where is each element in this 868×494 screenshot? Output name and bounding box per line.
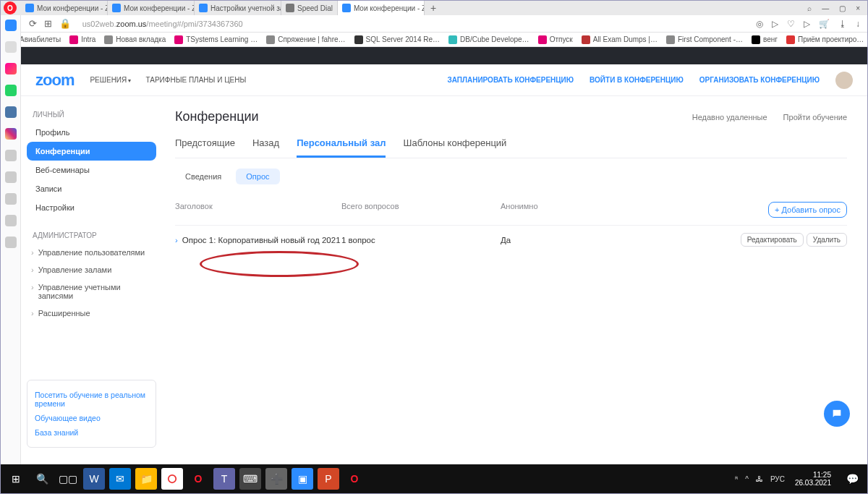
language-indicator[interactable]: РУС (770, 475, 785, 483)
bookmark[interactable]: DB/Cube Develope… (448, 35, 529, 44)
player-icon[interactable]: ▷ (804, 19, 810, 29)
browser-tab-active[interactable]: Мои конференции - Zoom× (338, 1, 425, 15)
sidebar-admin-account[interactable]: Управление учетными записями (27, 278, 156, 305)
help-link-kb[interactable]: База знаний (35, 425, 148, 440)
sidebar-icon[interactable] (5, 171, 17, 183)
tray-icon[interactable]: ᴿ (735, 475, 738, 483)
svg-point-0 (169, 475, 176, 483)
bookmark[interactable]: First Component -… (666, 35, 743, 44)
poll-row[interactable]: › Опрос 1: Корпоративный новый год 2021 … (175, 225, 847, 254)
clock[interactable]: 11:25 26.03.2021 (789, 471, 837, 487)
help-link-video[interactable]: Обучающее видео (35, 411, 148, 425)
save-icon[interactable]: ⭳ (838, 19, 847, 29)
bookmark[interactable]: Новая вкладка (104, 35, 166, 44)
url-field[interactable]: us02web.zoom.us/meeting#/pmi/3734367360 (82, 20, 243, 28)
bookmark[interactable]: Спряжение | fahre… (266, 35, 345, 44)
network-icon[interactable]: 🖧 (756, 475, 763, 483)
bookmark[interactable]: Отпуск (538, 35, 573, 44)
taskbar-app[interactable]: O (187, 468, 209, 490)
sidebar-icon[interactable] (5, 150, 17, 161)
close-window-icon[interactable]: × (856, 4, 860, 12)
vk-icon[interactable] (5, 106, 17, 118)
taskbar-app[interactable]: ➕ (265, 468, 287, 490)
subtab-details[interactable]: Сведения (175, 169, 231, 184)
get-training-link[interactable]: Пройти обучение (783, 113, 847, 122)
notifications-button[interactable]: 💬 (841, 468, 863, 490)
bookmark[interactable]: Intra (69, 35, 95, 44)
zoom-logo[interactable]: zoom (35, 71, 74, 90)
cart-icon[interactable]: 🛒 (819, 19, 830, 29)
bookmark[interactable]: All Exam Dumps |… (582, 35, 658, 44)
tab-personal-room[interactable]: Персональный зал (297, 137, 386, 158)
browser-tab[interactable]: Speed Dial (281, 1, 338, 15)
recently-deleted-link[interactable]: Недавно удаленные (692, 113, 767, 122)
system-tray[interactable]: ᴿ ^ 🖧 РУС (735, 475, 785, 483)
instagram-icon[interactable] (5, 128, 17, 140)
taskbar-app[interactable]: T (213, 468, 235, 490)
sidebar-item-profile[interactable]: Профиль (27, 123, 156, 142)
sidebar-item-webinars[interactable]: Веб-семинары (27, 161, 156, 179)
help-fab[interactable] (824, 401, 850, 427)
task-view-button[interactable]: ▢▢ (57, 468, 79, 490)
vpn-icon[interactable]: ▷ (772, 19, 778, 29)
sidebar-item-settings[interactable]: Настройки (27, 198, 156, 217)
sidebar-item-recordings[interactable]: Записи (27, 179, 156, 198)
maximize-icon[interactable]: ▢ (839, 4, 846, 12)
bookmarks-bar: Авиабилеты Intra Новая вкладка TSystems … (1, 33, 867, 47)
taskbar-app[interactable]: P (318, 468, 339, 490)
sidebar-icon[interactable] (5, 237, 17, 248)
tab-previous[interactable]: Назад (252, 137, 279, 158)
minimize-icon[interactable]: — (822, 4, 829, 12)
add-poll-button[interactable]: + Добавить опрос (768, 202, 847, 218)
delete-poll-button[interactable]: Удалить (807, 233, 847, 247)
browser-tab[interactable]: Мои конференции - Zoom× (21, 1, 108, 15)
search-button[interactable]: 🔍 (31, 468, 53, 490)
join-meeting-link[interactable]: ВОЙТИ В КОНФЕРЕНЦИЮ (590, 76, 684, 84)
browser-tab[interactable]: Мои конференции - Zoom× (108, 1, 195, 15)
tab-upcoming[interactable]: Предстоящие (175, 137, 235, 158)
grid-icon[interactable]: ⊞ (44, 18, 52, 29)
nav-solutions[interactable]: РЕШЕНИЯ (90, 76, 131, 84)
sidebar-item-meetings[interactable]: Конференции (27, 142, 156, 161)
browser-tab[interactable]: Настройки учетной запи…× (195, 1, 281, 15)
subtabs: Сведения Опрос (175, 169, 847, 184)
bookmark[interactable]: Приём проектиро… (786, 35, 864, 44)
taskbar-app[interactable]: O (344, 468, 365, 490)
taskbar-app[interactable]: W (83, 468, 105, 490)
schedule-meeting-link[interactable]: ЗАПЛАНИРОВАТЬ КОНФЕРЕНЦИЮ (447, 76, 574, 84)
host-meeting-link[interactable]: ОРГАНИЗОВАТЬ КОНФЕРЕНЦИЮ (699, 76, 820, 84)
bookmark[interactable]: TSystems Learning … (174, 35, 258, 44)
camera-icon[interactable]: ◎ (756, 19, 763, 29)
whatsapp-icon[interactable] (5, 85, 17, 96)
sidebar-icon[interactable] (5, 20, 17, 31)
search-icon[interactable]: ⌕ (807, 4, 812, 12)
sidebar-admin-users[interactable]: Управление пользователями (27, 244, 156, 261)
subtab-poll[interactable]: Опрос (236, 169, 279, 184)
sidebar-icon[interactable] (5, 193, 17, 205)
taskbar-app[interactable]: ▣ (292, 468, 313, 490)
poll-question-count: 1 вопрос (341, 236, 501, 244)
chevron-up-icon[interactable]: ^ (745, 475, 749, 483)
taskbar-app[interactable]: ⌨ (239, 468, 261, 490)
download-icon[interactable]: ↓ (856, 19, 860, 29)
bookmark[interactable]: SQL Server 2014 Re… (354, 35, 440, 44)
messenger-icon[interactable] (5, 63, 17, 74)
reload-button[interactable]: ⟳ (29, 18, 37, 29)
taskbar-app[interactable]: 📁 (135, 468, 157, 490)
start-button[interactable]: ⊞ (5, 468, 27, 490)
taskbar-app[interactable] (161, 468, 183, 490)
new-tab-button[interactable]: + (425, 2, 442, 14)
taskbar-app[interactable]: ✉ (109, 468, 131, 490)
edit-poll-button[interactable]: Редактировать (741, 233, 804, 247)
avatar[interactable] (835, 72, 853, 89)
sidebar-icon[interactable] (5, 215, 17, 226)
help-link-training[interactable]: Посетить обучение в реальном времени (35, 388, 148, 411)
tab-templates[interactable]: Шаблоны конференций (403, 137, 506, 158)
nav-pricing[interactable]: ТАРИФНЫЕ ПЛАНЫ И ЦЕНЫ (146, 76, 247, 84)
sidebar-icon[interactable] (5, 41, 17, 53)
chevron-right-icon[interactable]: › (175, 236, 178, 244)
heart-icon[interactable]: ♡ (787, 19, 795, 29)
sidebar-admin-advanced[interactable]: Расширенные (27, 305, 156, 322)
bookmark[interactable]: венг (752, 35, 778, 44)
sidebar-admin-rooms[interactable]: Управление залами (27, 261, 156, 278)
